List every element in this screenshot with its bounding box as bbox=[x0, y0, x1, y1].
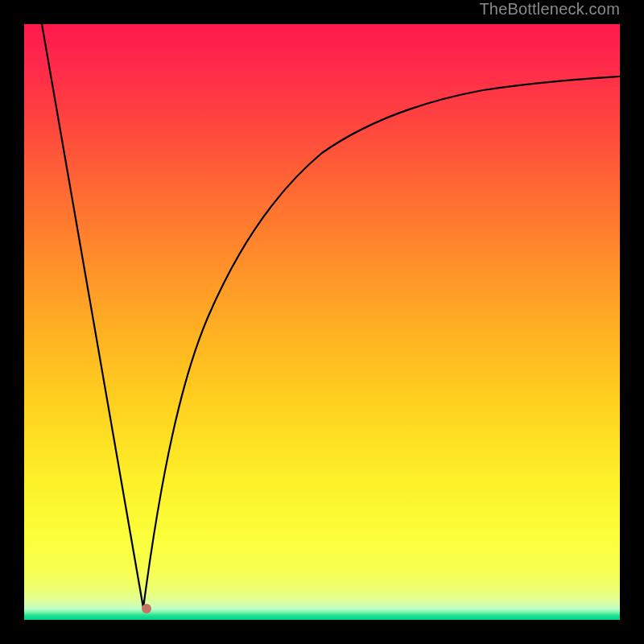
curve-layer bbox=[24, 24, 620, 620]
chart-frame: TheBottleneck.com bbox=[0, 0, 644, 644]
plot-area bbox=[24, 24, 620, 620]
right-curve bbox=[143, 76, 620, 608]
left-line bbox=[42, 24, 143, 608]
watermark-text: TheBottleneck.com bbox=[479, 0, 620, 19]
min-point-marker bbox=[142, 604, 151, 613]
